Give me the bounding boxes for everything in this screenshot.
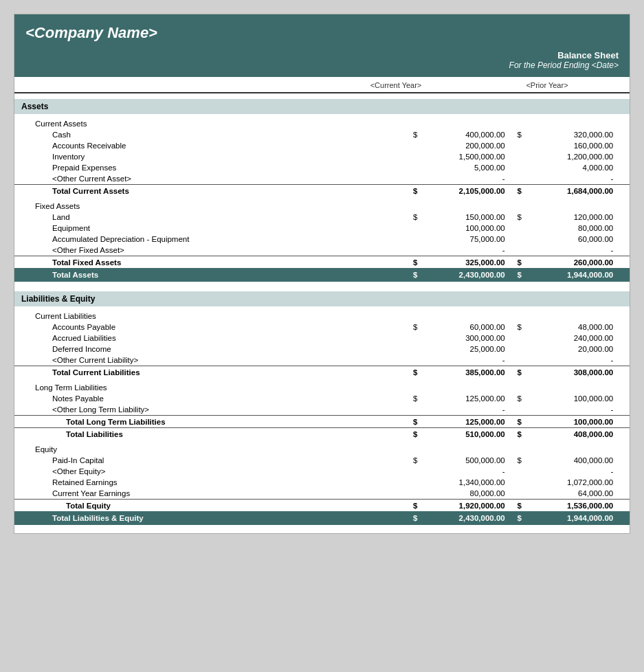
assets-table: Current Assets Cash $ 400,000.00 $ 320,0… (14, 114, 630, 282)
cy-value: 100,000.00 (419, 223, 507, 234)
cy-value: 25,000.00 (419, 344, 507, 355)
total-current-liabilities-row: Total Current Liabilities $ 385,000.00 $… (14, 366, 630, 379)
item-label: <Other Current Asset> (14, 173, 403, 185)
cy-value: 2,105,000.00 (419, 185, 507, 197)
header-title-block: Balance Sheet For the Period Ending <Dat… (14, 46, 630, 77)
cy-value: 325,000.00 (419, 256, 507, 269)
py-value: 400,000.00 (523, 455, 616, 466)
item-label: Retained Earnings (14, 477, 403, 488)
item-label: Equipment (14, 223, 403, 234)
item-label: Land (14, 212, 403, 223)
cy-dollar: $ (403, 185, 419, 197)
current-liabilities-label-row: Current Liabilities (14, 311, 630, 322)
col-header-py: <Prior Year> (471, 81, 623, 89)
py-value: 100,000.00 (523, 393, 616, 404)
py-value: 320,000.00 (523, 129, 616, 140)
table-row: Land $ 150,000.00 $ 120,000.00 (14, 212, 630, 223)
py-value: 240,000.00 (523, 333, 616, 344)
table-row: Equipment 100,000.00 80,000.00 (14, 223, 630, 234)
current-liabilities-label: Current Liabilities (14, 311, 403, 322)
cy-value: 385,000.00 (419, 366, 507, 379)
table-row: <Other Equity> - - (14, 466, 630, 477)
py-dollar: $ (508, 511, 523, 525)
total-long-term-liabilities-row: Total Long Term Liabilities $ 125,000.00… (14, 416, 630, 428)
cy-value: 2,430,000.00 (419, 268, 507, 282)
total-label: Total Liabilities (14, 428, 403, 440)
fixed-assets-label: Fixed Assets (14, 201, 403, 212)
current-assets-label: Current Assets (14, 118, 403, 129)
cy-dollar: $ (403, 511, 419, 525)
cy-value: - (419, 404, 507, 416)
item-label: Prepaid Expenses (14, 162, 403, 173)
cy-value: 80,000.00 (419, 488, 507, 500)
py-value: 64,000.00 (523, 488, 616, 500)
cy-value: 60,000.00 (419, 322, 507, 333)
cy-value: 150,000.00 (419, 212, 507, 223)
column-headers: <Current Year> <Prior Year> (14, 77, 630, 93)
py-value: 1,684,000.00 (523, 185, 616, 197)
cy-value: 75,000.00 (419, 234, 507, 245)
cy-dollar: $ (403, 393, 419, 404)
table-row: <Other Current Liability> - - (14, 355, 630, 366)
cy-value: 5,000.00 (419, 162, 507, 173)
py-value: 308,000.00 (523, 366, 616, 379)
total-equity-row: Total Equity $ 1,920,000.00 $ 1,536,000.… (14, 500, 630, 512)
cy-dollar: $ (403, 428, 419, 440)
py-value: 20,000.00 (523, 344, 616, 355)
py-value: 260,000.00 (523, 256, 616, 269)
cy-value: 300,000.00 (419, 333, 507, 344)
cy-value: 2,430,000.00 (419, 511, 507, 525)
table-row: Cash $ 400,000.00 $ 320,000.00 (14, 129, 630, 140)
table-row: <Other Current Asset> - - (14, 173, 630, 185)
long-term-liabilities-label-row: Long Term Liabilities (14, 382, 630, 393)
cy-dollar: $ (403, 268, 419, 282)
cy-value: 1,340,000.00 (419, 477, 507, 488)
total-liabilities-equity-row: Total Liabilities & Equity $ 2,430,000.0… (14, 511, 630, 525)
py-value: - (523, 245, 616, 256)
cy-value: - (419, 466, 507, 477)
py-dollar: $ (508, 366, 523, 379)
liabilities-table: Current Liabilities Accounts Payable $ 6… (14, 306, 630, 525)
table-row: Notes Payable $ 125,000.00 $ 100,000.00 (14, 393, 630, 404)
cy-dollar: $ (403, 500, 419, 512)
cy-value: 125,000.00 (419, 393, 507, 404)
py-dollar: $ (508, 500, 523, 512)
py-value: 1,536,000.00 (523, 500, 616, 512)
cy-value: - (419, 245, 507, 256)
assets-section-header: Assets (14, 99, 630, 114)
table-row: Accounts Payable $ 60,000.00 $ 48,000.00 (14, 322, 630, 333)
report-title: Balance Sheet (25, 50, 619, 60)
item-label: Inventory (14, 151, 403, 162)
py-value: 4,000.00 (523, 162, 616, 173)
item-label: Accrued Liabilities (14, 333, 403, 344)
total-label: Total Equity (14, 500, 403, 512)
item-label: <Other Equity> (14, 466, 403, 477)
equity-label-row: Equity (14, 444, 630, 455)
table-row: Accounts Receivable 200,000.00 160,000.0… (14, 140, 630, 151)
cy-dollar: $ (403, 212, 419, 223)
balance-sheet: <Company Name> Balance Sheet For the Per… (14, 14, 630, 534)
py-dollar: $ (508, 393, 523, 404)
cy-dollar: $ (403, 129, 419, 140)
cy-dollar: $ (403, 366, 419, 379)
py-value: - (523, 173, 616, 185)
py-dollar: $ (508, 256, 523, 269)
total-label: Total Current Assets (14, 185, 403, 197)
equity-label: Equity (14, 444, 403, 455)
fixed-assets-label-row: Fixed Assets (14, 201, 630, 212)
current-assets-label-row: Current Assets (14, 118, 630, 129)
total-current-assets-row: Total Current Assets $ 2,105,000.00 $ 1,… (14, 185, 630, 197)
item-label: Accounts Receivable (14, 140, 403, 151)
table-row: Deferred Income 25,000.00 20,000.00 (14, 344, 630, 355)
item-label: Deferred Income (14, 344, 403, 355)
total-liabilities-row: Total Liabilities $ 510,000.00 $ 408,000… (14, 428, 630, 440)
py-value: 80,000.00 (523, 223, 616, 234)
py-value: 160,000.00 (523, 140, 616, 151)
py-value: 60,000.00 (523, 234, 616, 245)
item-label: <Other Long Term Liability> (14, 404, 403, 416)
py-value: - (523, 355, 616, 366)
item-label: Cash (14, 129, 403, 140)
total-liabilities-equity-label: Total Liabilities & Equity (14, 511, 403, 525)
cy-dollar: $ (403, 256, 419, 269)
table-row: Accrued Liabilities 300,000.00 240,000.0… (14, 333, 630, 344)
